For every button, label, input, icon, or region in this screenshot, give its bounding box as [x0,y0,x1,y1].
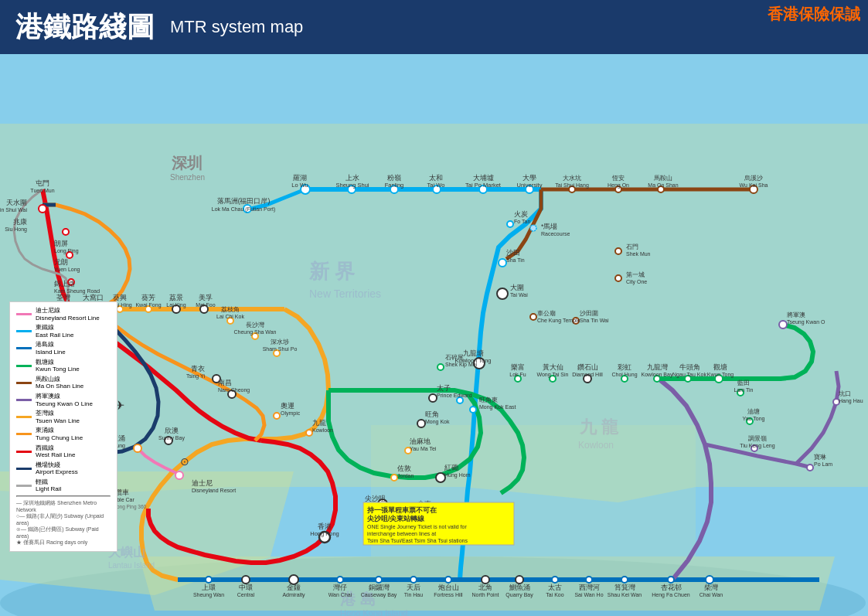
svg-text:中環: 中環 [239,584,253,591]
svg-text:鰂魚涌: 鰂魚涌 [509,584,530,591]
svg-point-61 [429,394,437,402]
svg-point-92 [807,465,813,471]
svg-text:欣澳: 欣澳 [165,427,179,434]
svg-text:Admiralty: Admiralty [282,592,305,598]
svg-text:荔景: 荔景 [169,294,183,301]
legend-east-rail: 東鐵線East Rail Line [36,324,73,339]
svg-text:紅磡: 紅磡 [444,464,458,471]
svg-text:觀塘: 觀塘 [713,363,727,371]
svg-text:長沙灣: 長沙灣 [246,322,264,328]
svg-text:天水圍: 天水圍 [6,199,27,206]
svg-text:旺角: 旺角 [425,410,439,418]
title-english: MTR system map [170,17,303,37]
svg-text:Kwai Fong: Kwai Fong [135,302,161,308]
svg-text:Ngau Tau Kok: Ngau Tau Kok [672,372,706,378]
svg-text:Mei Foo: Mei Foo [196,302,215,308]
legend-kwun-tong: 觀塘線Kwun Tong Line [36,359,80,373]
svg-text:荔枝角: 荔枝角 [221,306,240,313]
svg-text:錦上路: 錦上路 [54,280,75,288]
svg-point-62 [417,420,425,427]
svg-text:北角: 北角 [478,584,492,591]
svg-text:Tseung Kwan O: Tseung Kwan O [787,319,825,325]
svg-text:朗屏: 朗屏 [54,240,68,247]
svg-text:持一張單程車票不可在: 持一張單程車票不可在 [366,506,437,514]
svg-text:Po Lam: Po Lam [814,461,832,467]
svg-text:Kam Sheung Road: Kam Sheung Road [54,288,100,294]
svg-text:落馬洲(福田口岸): 落馬洲(福田口岸) [217,197,271,205]
svg-text:Lantau Island: Lantau Island [108,561,155,570]
legend-shenzhen: — 深圳地鐵網絡 Shenzhen Metro Network ○— 鐵路(非人… [16,499,111,546]
svg-text:九龍: 九龍 [312,419,326,427]
legend-airport-express: 機場快綫Airport Express [36,461,78,476]
svg-point-82 [376,577,382,583]
svg-text:上環: 上環 [202,584,216,591]
svg-text:Jordan: Jordan [397,473,414,478]
svg-point-88 [586,577,592,583]
svg-text:Tsing Yi: Tsing Yi [186,373,206,379]
svg-point-96 [470,407,476,413]
svg-text:迪士尼: 迪士尼 [192,479,213,487]
map-container: 深圳內鐵路 Shenzhen Metro Line 4 深圳鐵路 Shenzhe… [0,54,868,616]
svg-text:Wu Kai Sha: Wu Kai Sha [740,182,768,188]
header: 港鐵路綫圖 MTR system map 香港保險保誠 [0,0,868,54]
svg-text:North Point: North Point [471,592,499,597]
watermark: 香港保險保誠 [768,4,860,25]
svg-text:Fo Tan: Fo Tan [514,219,530,224]
svg-text:Hang Hau: Hang Hau [839,398,863,404]
svg-text:深圳: 深圳 [172,155,203,172]
svg-text:尖沙咀/尖東站轉線: 尖沙咀/尖東站轉線 [366,515,425,522]
svg-text:*馬場: *馬場 [541,223,557,230]
svg-text:尖沙咀: 尖沙咀 [365,495,386,502]
legend-light-rail: 輕鐵Light Rail [36,478,61,493]
svg-text:新 界: 新 界 [309,260,356,283]
svg-text:Cheung Sha Wan: Cheung Sha Wan [234,329,277,335]
svg-point-84 [445,577,451,583]
svg-text:上水: 上水 [345,174,359,182]
svg-text:Sai Wan Ho: Sai Wan Ho [574,592,603,597]
svg-text:黃大仙: 黃大仙 [543,363,563,371]
svg-text:銅鑼灣: 銅鑼灣 [369,584,390,591]
svg-point-87 [552,577,558,583]
svg-text:Wong Tai Sin: Wong Tai Sin [537,372,569,378]
svg-point-22 [507,221,513,227]
svg-text:Causeway Bay: Causeway Bay [361,592,397,598]
svg-text:第一城: 第一城 [626,271,645,278]
svg-text:將軍澳: 將軍澳 [787,311,805,318]
svg-text:Hong Kong: Hong Kong [310,530,339,537]
svg-text:Diamond Hill: Diamond Hill [572,372,603,377]
svg-text:Heng On: Heng On [608,182,629,189]
legend: 迪士尼線Disneyland Resort Line 東鐵線East Rail … [9,301,117,552]
svg-text:石碎尾: 石碎尾 [445,354,464,361]
svg-text:九龍塘: 九龍塘 [463,349,484,357]
svg-text:Fortress Hill: Fortress Hill [434,592,463,597]
svg-text:University: University [517,182,543,189]
svg-text:Sheung Wan: Sheung Wan [193,592,224,598]
svg-text:香港: 香港 [318,522,332,530]
svg-text:Wan Chai: Wan Chai [328,592,352,597]
svg-text:Mong Kok East: Mong Kok East [479,404,516,410]
svg-text:大學: 大學 [523,174,536,182]
svg-text:葵興: 葵興 [113,294,127,301]
svg-text:Tin Shui Wai: Tin Shui Wai [0,207,27,213]
svg-text:坑口: 坑口 [838,390,851,397]
svg-text:石門: 石門 [626,243,638,250]
svg-text:Olympic: Olympic [281,410,301,417]
svg-text:Central: Central [237,592,255,597]
svg-point-64 [391,475,397,481]
svg-point-81 [337,577,343,583]
svg-text:九龍灣: 九龍灣 [647,363,668,371]
svg-point-32 [615,248,621,254]
svg-text:Siu Hong: Siu Hong [5,226,27,233]
svg-text:Tuen Mun: Tuen Mun [30,188,54,193]
svg-point-69 [274,413,280,419]
svg-text:⊙: ⊙ [180,455,189,468]
svg-text:彩虹: 彩虹 [618,363,631,371]
svg-text:Yau Tong: Yau Tong [743,416,765,422]
svg-point-79 [242,576,250,584]
svg-text:Prince Edward: Prince Edward [437,393,472,398]
svg-point-45 [457,397,463,403]
svg-text:金鐘: 金鐘 [287,584,301,591]
svg-text:Tai Koo: Tai Koo [546,592,563,597]
svg-text:杏花邨: 杏花邨 [661,584,682,591]
svg-text:Tai Po Market: Tai Po Market [465,182,502,189]
